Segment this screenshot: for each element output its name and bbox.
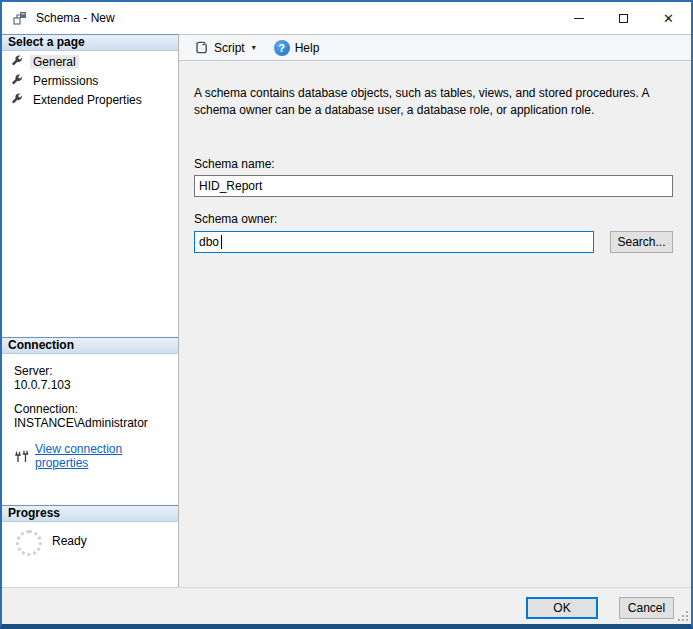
server-value: 10.0.7.103 xyxy=(14,378,178,392)
wrench-icon xyxy=(11,74,24,87)
view-connection-properties-row: View connection properties xyxy=(14,442,178,470)
sidebar-item-label: General xyxy=(30,55,79,69)
connection-value: INSTANCE\Administrator xyxy=(14,416,178,430)
sidebar: Select a page General Permissions xyxy=(2,34,179,587)
server-label: Server: xyxy=(14,364,178,378)
sidebar-item-permissions[interactable]: Permissions xyxy=(2,72,178,89)
schema-new-dialog: Schema - New ✕ Select a page General xyxy=(0,0,693,629)
schema-description: A schema contains database objects, such… xyxy=(194,85,673,119)
select-page-header: Select a page xyxy=(2,34,178,51)
minimize-icon xyxy=(574,18,584,19)
connection-section: Connection Server: 10.0.7.103 Connection… xyxy=(2,337,178,505)
schema-icon xyxy=(12,10,28,26)
wrench-icon xyxy=(11,55,24,68)
help-icon: ? xyxy=(274,40,290,56)
close-icon: ✕ xyxy=(663,11,674,26)
help-label: Help xyxy=(295,41,320,55)
progress-section: Progress Ready xyxy=(2,505,178,587)
content-area: A schema contains database objects, such… xyxy=(179,61,691,587)
script-button[interactable]: Script ▾ xyxy=(189,37,261,59)
script-icon xyxy=(194,40,209,55)
chevron-down-icon[interactable]: ▾ xyxy=(252,43,256,52)
window-title: Schema - New xyxy=(36,11,115,25)
sidebar-item-label: Extended Properties xyxy=(30,93,145,107)
schema-owner-row: Search... xyxy=(194,231,673,253)
connection-label: Connection: xyxy=(14,402,178,416)
schema-owner-input[interactable] xyxy=(194,231,594,253)
schema-name-input[interactable] xyxy=(194,175,673,197)
wrench-icon xyxy=(11,93,24,106)
help-button[interactable]: ? Help xyxy=(269,37,325,59)
cancel-button[interactable]: Cancel xyxy=(619,597,674,619)
sidebar-item-label: Permissions xyxy=(30,74,101,88)
text-caret xyxy=(221,235,222,249)
connection-body: Server: 10.0.7.103 Connection: INSTANCE\… xyxy=(2,354,178,470)
title-bar: Schema - New ✕ xyxy=(2,2,691,34)
progress-spinner-icon xyxy=(16,530,42,556)
toolbar: Script ▾ ? Help xyxy=(179,34,691,61)
search-button[interactable]: Search... xyxy=(610,231,673,253)
progress-body: Ready xyxy=(2,522,178,556)
close-button[interactable]: ✕ xyxy=(646,2,691,34)
schema-owner-label: Schema owner: xyxy=(194,212,673,226)
schema-name-label: Schema name: xyxy=(194,157,673,171)
main-panel: Script ▾ ? Help A schema contains databa… xyxy=(179,34,691,587)
view-connection-properties-link[interactable]: View connection properties xyxy=(35,442,178,470)
footer-bar: OK Cancel xyxy=(2,587,691,624)
progress-status: Ready xyxy=(52,534,87,556)
select-page-section: Select a page General Permissions xyxy=(2,34,178,337)
maximize-button[interactable] xyxy=(601,2,646,34)
script-label: Script xyxy=(214,41,245,55)
dialog-body: Select a page General Permissions xyxy=(2,34,691,587)
minimize-button[interactable] xyxy=(556,2,601,34)
resize-grip[interactable] xyxy=(678,611,688,621)
connection-header: Connection xyxy=(2,337,178,354)
sidebar-item-general[interactable]: General xyxy=(2,53,178,70)
connection-properties-icon xyxy=(14,450,29,463)
progress-header: Progress xyxy=(2,505,178,522)
maximize-icon xyxy=(619,14,628,23)
window-controls: ✕ xyxy=(556,2,691,34)
sidebar-item-extended-properties[interactable]: Extended Properties xyxy=(2,91,178,108)
ok-button[interactable]: OK xyxy=(526,597,598,619)
